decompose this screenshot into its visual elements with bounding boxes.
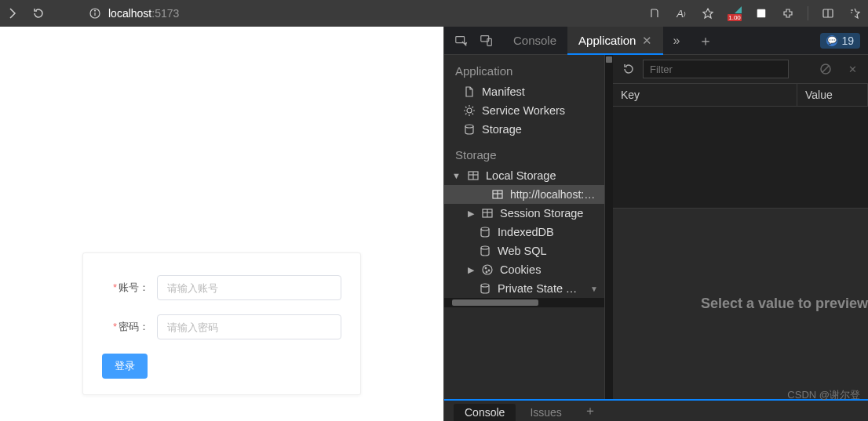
reader-icon[interactable]: [647, 6, 662, 20]
chevron-down-icon: ▼: [590, 285, 598, 293]
split-screen-icon[interactable]: [821, 6, 835, 20]
svg-point-12: [465, 125, 473, 128]
horizontal-scrollbar[interactable]: [444, 298, 604, 307]
svg-line-30: [822, 66, 829, 72]
refresh-icon[interactable]: [621, 61, 636, 77]
chevron-down-icon: ▼: [452, 171, 461, 180]
database-icon: [463, 123, 476, 136]
filter-input[interactable]: [643, 60, 789, 78]
tab-application[interactable]: Application✕: [567, 27, 663, 55]
extension-badge[interactable]: 1.00: [728, 6, 742, 20]
device-toolbar-icon[interactable]: [477, 31, 496, 50]
extensions-icon[interactable]: [781, 6, 795, 20]
more-tabs-icon[interactable]: »: [663, 34, 689, 48]
chevron-right-icon: ▶: [466, 209, 475, 219]
login-button[interactable]: 登录: [102, 354, 148, 379]
gear-icon: [463, 104, 476, 117]
toolbar-divider: [808, 6, 808, 20]
sidebar-item-service-workers[interactable]: Service Workers: [444, 101, 604, 120]
chat-icon: 💬: [826, 35, 837, 46]
sidebar-item-websql[interactable]: Web SQL: [444, 241, 604, 260]
sidebar-item-manifest[interactable]: Manifest: [444, 82, 604, 101]
sidebar-item-indexeddb[interactable]: IndexedDB: [444, 223, 604, 241]
database-icon: [479, 245, 491, 257]
svg-point-27: [486, 271, 487, 273]
chevron-right-icon: ▶: [466, 265, 475, 275]
devtools-drawer: Console Issues ＋: [444, 399, 868, 421]
svg-point-25: [485, 267, 487, 269]
favorite-icon[interactable]: [701, 6, 715, 20]
svg-rect-10: [487, 38, 491, 45]
account-label: *账号：: [102, 281, 157, 295]
devtools-tabbar: Console Application✕ » ＋ 💬19: [444, 27, 868, 55]
svg-point-28: [481, 284, 489, 287]
svg-point-23: [481, 246, 489, 249]
close-icon[interactable]: ✕: [642, 34, 652, 47]
read-aloud-icon[interactable]: A): [674, 6, 688, 20]
column-key[interactable]: Key: [613, 84, 797, 106]
database-icon: [479, 282, 491, 295]
cookie-icon: [481, 263, 494, 276]
login-form: *账号： *密码： 登录: [82, 252, 361, 395]
svg-point-11: [467, 108, 472, 113]
info-icon: [88, 6, 102, 20]
forward-icon[interactable]: [6, 6, 20, 20]
issues-badge[interactable]: 💬19: [820, 33, 860, 49]
extension-icon[interactable]: [754, 6, 768, 20]
storage-table-header: Key Value: [613, 84, 868, 107]
tab-console[interactable]: Console: [502, 27, 567, 55]
sidebar-item-storage-overview[interactable]: Storage: [444, 120, 604, 139]
svg-point-24: [483, 265, 492, 274]
add-tab-icon[interactable]: ＋: [689, 31, 722, 50]
inspect-icon[interactable]: [452, 31, 471, 50]
password-label: *密码：: [102, 320, 157, 334]
account-input[interactable]: [157, 275, 341, 300]
drawer-tab-issues[interactable]: Issues: [519, 404, 572, 421]
url-text: localhost:5173: [108, 7, 179, 20]
drawer-tab-console[interactable]: Console: [454, 404, 516, 421]
add-drawer-tab-icon[interactable]: ＋: [576, 403, 604, 419]
grid-icon: [491, 188, 504, 201]
file-icon: [463, 85, 476, 98]
collections-icon[interactable]: [848, 6, 862, 20]
grid-icon: [467, 169, 480, 182]
svg-rect-3: [757, 9, 766, 18]
preview-hint: Select a value to preview: [613, 209, 868, 399]
sidebar-item-local-storage[interactable]: ▼Local Storage: [444, 166, 604, 185]
block-icon[interactable]: [818, 61, 833, 77]
svg-point-26: [488, 270, 490, 271]
database-icon: [479, 226, 491, 238]
sidebar-item-session-storage[interactable]: ▶Session Storage: [444, 204, 604, 223]
column-value[interactable]: Value: [797, 84, 868, 106]
close-icon[interactable]: ✕: [844, 61, 860, 77]
storage-table-body[interactable]: [613, 107, 868, 209]
vertical-scrollbar[interactable]: [605, 55, 613, 399]
sidebar-item-local-storage-origin[interactable]: http://localhost:5173: [444, 185, 604, 204]
sidebar-section-application: Application: [444, 55, 604, 82]
refresh-icon[interactable]: [31, 6, 46, 20]
svg-point-2: [95, 10, 96, 11]
sidebar-section-storage: Storage: [444, 139, 604, 166]
sidebar-item-cookies[interactable]: ▶Cookies: [444, 260, 604, 279]
svg-point-22: [481, 227, 489, 230]
password-input[interactable]: [157, 314, 341, 339]
devtools-sidebar: Application Manifest Service Workers Sto…: [444, 55, 605, 399]
address-bar[interactable]: localhost:5173: [88, 6, 179, 20]
grid-icon: [481, 207, 494, 220]
sidebar-item-private-state[interactable]: Private State Tokens▼: [444, 279, 604, 298]
